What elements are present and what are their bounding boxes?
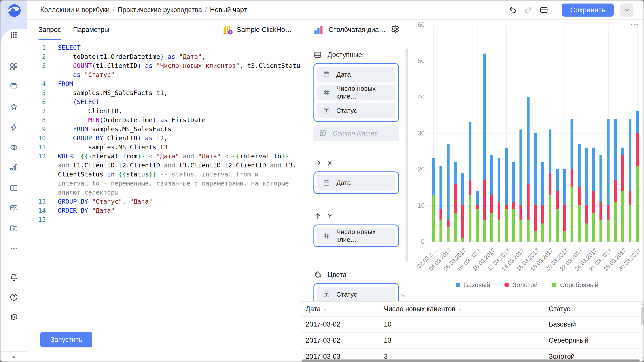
breadcrumb-link[interactable]: Коллекции и воркбуки: [40, 6, 110, 14]
bar-segment: [476, 209, 479, 242]
bar-segment: [534, 205, 537, 231]
column-chart-type-icon[interactable]: [313, 25, 324, 35]
bar-segment: [636, 133, 639, 166]
field-drop-zone[interactable]: Дата: [313, 171, 399, 194]
legend-item-серебряный[interactable]: Серебряный: [552, 281, 598, 289]
bar-segment: [549, 173, 551, 195]
bar-segment: [563, 205, 566, 231]
field-chip-дата[interactable]: Дата: [317, 175, 395, 191]
column-header-sort[interactable]: Число новых клиентов▲: [384, 305, 549, 313]
paint-bucket-icon: [313, 270, 322, 279]
field-chip-число новых клие…[interactable]: Число новых клие…: [317, 228, 395, 244]
line-number: [27, 161, 46, 170]
save-options-chevron-button[interactable]: [620, 4, 633, 17]
dashboards-table-icon[interactable]: [9, 184, 18, 193]
column-header-sort[interactable]: Дата▲: [301, 305, 384, 313]
save-button[interactable]: Сохранить: [562, 4, 614, 17]
code-text: ORDER BY "Дата": [46, 206, 115, 215]
connections-lightning-icon[interactable]: [9, 123, 18, 132]
monitoring-icon[interactable]: [9, 204, 18, 213]
legend-item-золотой[interactable]: Золотой: [504, 281, 538, 289]
bar-segment: [519, 205, 522, 220]
field-chip-статус[interactable]: Статус: [317, 287, 395, 302]
tab-запрос[interactable]: Запрос: [38, 20, 61, 40]
more-ellipsis-icon[interactable]: [9, 244, 18, 253]
bar-segment: [483, 220, 486, 242]
field-drop-zone[interactable]: ДатаЧисло новых клие…Статус: [313, 63, 399, 122]
table-vertical-scrollbar[interactable]: ▲ ▼: [640, 302, 644, 360]
bar-segment: [563, 231, 566, 242]
line-number: [27, 179, 46, 188]
code-line: 14ORDER BY "Дата": [27, 206, 301, 215]
field-drop-zone[interactable]: Число новых клие…: [313, 224, 399, 247]
table-horizontal-scrollbar[interactable]: [302, 359, 640, 362]
help-icon[interactable]: [9, 293, 18, 302]
datalens-logo-icon[interactable]: [8, 4, 21, 17]
legend-item-базовый[interactable]: Базовый: [456, 281, 490, 289]
bar-segment: [461, 173, 464, 205]
calendar-icon: [323, 71, 330, 78]
y-axis-tick-label: 40: [412, 93, 425, 101]
field-chip-статус[interactable]: Статус: [317, 103, 395, 118]
redo-icon[interactable]: [524, 6, 533, 15]
column-header-sort[interactable]: Статус▲: [549, 305, 576, 313]
bar-segment: [447, 220, 450, 227]
config-scroll-down-chevron-icon[interactable]: [400, 292, 407, 300]
code-text: SELECT: [46, 43, 80, 52]
favorites-star-icon[interactable]: [9, 102, 18, 111]
line-number: 4: [27, 79, 46, 88]
legend-dot: [504, 283, 509, 287]
field-chip-дата[interactable]: Дата: [317, 67, 395, 82]
line-number: 15: [27, 215, 46, 224]
apps-grid-icon[interactable]: [9, 30, 18, 39]
query-editor-panel: ЗапросПараметры Sample ClickHo… 1SELECT2…: [27, 20, 301, 362]
field-chip-число новых клие…[interactable]: Число новых клие…: [317, 85, 395, 100]
legend-label: Базовый: [464, 281, 490, 289]
bar-segment: [454, 213, 457, 242]
table-cell: Базовый: [549, 321, 576, 328]
bar-segment: [578, 205, 581, 242]
breadcrumb-link[interactable]: Практические руководства: [117, 6, 202, 14]
bar-segment: [614, 180, 617, 202]
bar-segment: [527, 97, 530, 184]
bar-segment: [527, 184, 530, 220]
line-number: [27, 188, 46, 197]
objects-grid-icon[interactable]: [9, 62, 18, 71]
bar-segment: [490, 213, 493, 242]
bar-segment: [599, 155, 602, 202]
y-axis-tick-label: 30: [412, 129, 425, 137]
charts-bar-icon[interactable]: [9, 163, 18, 172]
section-header: Y: [313, 212, 399, 220]
undo-icon[interactable]: [508, 6, 517, 15]
table-cell: 13: [384, 337, 549, 344]
tab-параметры[interactable]: Параметры: [73, 20, 109, 40]
bar-segment: [432, 158, 435, 195]
field-label: Число новых клие…: [336, 85, 390, 100]
connection-selector[interactable]: Sample ClickHo…: [223, 20, 301, 40]
chart-type-label[interactable]: Столбчатая диа…: [329, 26, 386, 34]
editor-tab-bar: ЗапросПараметры Sample ClickHo…: [27, 20, 301, 40]
bar-segment: [476, 205, 479, 209]
storage-folder-icon[interactable]: [9, 224, 18, 233]
line-number: [27, 170, 46, 179]
notifications-bell-icon[interactable]: [9, 273, 18, 282]
code-text: FROM: [46, 79, 73, 88]
run-button[interactable]: Запустить: [40, 332, 92, 347]
bar-segment: [614, 119, 617, 180]
breadcrumb-current: Новый чарт: [210, 6, 247, 14]
collections-icon[interactable]: [9, 81, 18, 90]
panel-layout-icon[interactable]: [539, 6, 548, 15]
sidebar-collapse-toggle[interactable]: [1, 351, 27, 362]
sql-code-editor[interactable]: 1SELECT2 toDate(t1.OrderDatetime) as "Да…: [27, 40, 301, 224]
bar-segment: [454, 184, 457, 213]
datasets-venn-icon[interactable]: [9, 143, 18, 152]
bar-segment: [556, 209, 559, 242]
config-scrollbar[interactable]: [406, 49, 408, 262]
field-chip-placeholder[interactable]: Column Names: [313, 125, 399, 141]
bar-segment: [621, 191, 624, 242]
line-number: 14: [27, 206, 46, 215]
code-text: [46, 215, 58, 224]
settings-gear-icon[interactable]: [9, 312, 18, 322]
chart-settings-gear-icon[interactable]: [390, 24, 400, 35]
y-axis-tick-label: 20: [412, 166, 425, 173]
